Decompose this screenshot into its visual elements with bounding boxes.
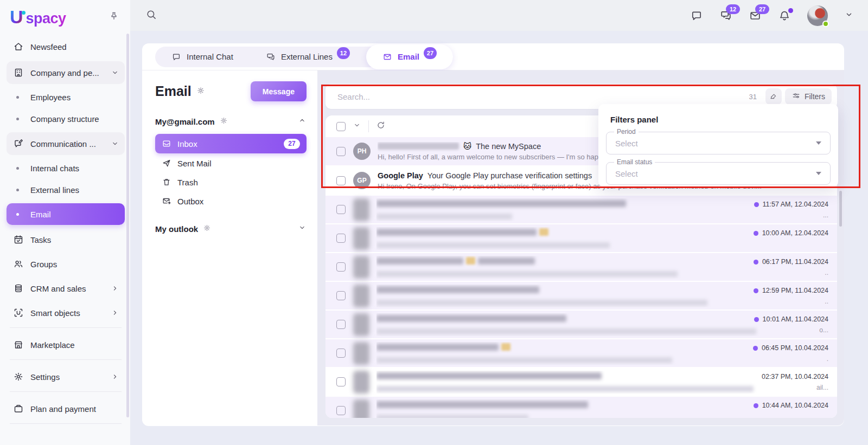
app-root: U spacy NewsfeedCompany and pe...Employe… [0, 0, 868, 445]
gear-icon[interactable] [203, 224, 211, 232]
row-checkbox[interactable] [336, 147, 346, 156]
sidebar-item-groups[interactable]: Groups [7, 254, 125, 274]
sidebar-divider [10, 359, 122, 360]
preview-tail: .. [825, 269, 828, 276]
email-row[interactable]: 10:00 AM, 12.04.2024 [326, 224, 837, 253]
unread-dot [754, 202, 759, 207]
tab-email[interactable]: Email27 [366, 44, 453, 69]
filter-field-value: Select [615, 169, 638, 178]
row-checkbox[interactable] [336, 234, 346, 243]
row-checkbox[interactable] [336, 406, 346, 415]
logo-dot [22, 11, 25, 15]
sidebar-item-employees[interactable]: Employees [7, 89, 125, 106]
sidebar-item-plan-and-payment[interactable]: Plan and payment [7, 399, 125, 418]
row-checkbox[interactable] [336, 176, 346, 185]
sidebar-item-external-lines[interactable]: External lines [7, 182, 125, 198]
email-row[interactable]: 10:44 AM, 10.04.2024 [326, 397, 837, 418]
blurred-preview-bar [376, 300, 707, 306]
sidebar-item-company-and-people[interactable]: Company and pe... [7, 61, 125, 84]
user-avatar[interactable] [807, 5, 828, 26]
bubble-icon [690, 9, 703, 22]
filter-select-email-status[interactable]: Email statusSelect [606, 162, 831, 185]
building-icon [13, 67, 24, 78]
blurred-sender-avatar [353, 313, 369, 336]
filter-select-period[interactable]: PeriodSelect [606, 132, 831, 154]
email-list-scrollbar[interactable] [839, 191, 842, 227]
bubble2-button[interactable]: 12 [719, 9, 732, 22]
envelope-button[interactable]: 27 [749, 9, 762, 22]
clear-search-button[interactable] [765, 88, 782, 105]
store-icon [13, 339, 24, 350]
row-checkbox[interactable] [336, 320, 346, 329]
sender-name: Google Play [378, 171, 423, 180]
preview-tail: ail... [816, 384, 828, 391]
sidebar-item-label: Marketplace [30, 340, 119, 350]
message-button[interactable]: Message [251, 81, 307, 101]
folder-sent-mail[interactable]: Sent Mail [155, 154, 307, 172]
email-row[interactable]: 12:59 PM, 11.04.2024.. [326, 282, 837, 311]
logo-name: spacy [26, 10, 66, 27]
email-row[interactable]: 11:57 AM, 12.04.2024... [326, 196, 837, 224]
sidebar-item-newsfeed[interactable]: Newsfeed [7, 37, 125, 56]
sidebar-item-label: Plan and payment [30, 404, 119, 414]
sidebar-item-label: Communication ... [30, 139, 104, 149]
gear-icon[interactable] [196, 86, 205, 95]
blurred-preview-bar [376, 415, 528, 418]
envelope-icon [382, 52, 392, 62]
row-checkbox[interactable] [336, 349, 346, 358]
logo-letter: U [10, 8, 23, 26]
pin-icon[interactable] [108, 11, 119, 22]
bubble-button[interactable] [690, 9, 703, 22]
email-row[interactable]: 10:01 AM, 11.04.2024o... [326, 311, 837, 339]
tab-internal-chat[interactable]: Internal Chat [155, 47, 250, 67]
sidebar-item-smart-objects[interactable]: Smart objects [7, 303, 125, 323]
sidebar-item-email[interactable]: Email [7, 203, 125, 225]
sidebar-item-internal-chats[interactable]: Internal chats [7, 160, 125, 177]
eraser-icon [769, 91, 778, 100]
row-checkbox[interactable] [336, 205, 346, 214]
sidebar-item-tasks[interactable]: Tasks [7, 230, 125, 249]
sidebar-item-settings[interactable]: Settings [7, 367, 125, 386]
notifications-button[interactable] [778, 9, 791, 22]
email-row[interactable]: 06:17 PM, 11.04.2024.. [326, 253, 837, 282]
email-list-area: 31 Filters PH🐱The new MySpaceHi, hello! … [317, 70, 844, 425]
row-checkbox[interactable] [336, 262, 346, 272]
folder-inbox[interactable]: Inbox27 [155, 134, 307, 153]
blurred-subject-bar [376, 286, 539, 293]
chevron-down-icon[interactable] [298, 223, 307, 232]
sidebar-scrollbar[interactable] [126, 34, 129, 417]
email-row[interactable]: 06:45 PM, 10.04.2024. [326, 339, 837, 368]
row-checkbox[interactable] [336, 377, 346, 386]
refresh-icon[interactable] [376, 120, 386, 130]
blurred-sender-avatar [353, 342, 369, 365]
sidebar-item-label: Settings [30, 372, 104, 382]
email-row[interactable]: 02:37 PM, 10.04.2024ail... [326, 368, 837, 397]
folder-trash[interactable]: Trash [155, 173, 307, 191]
bullet-dot [16, 189, 19, 191]
row-checkbox[interactable] [336, 291, 346, 300]
select-all-checkbox[interactable] [336, 122, 346, 131]
gear-icon[interactable] [220, 117, 228, 125]
blurred-subject-bar [376, 200, 626, 207]
search-input[interactable] [337, 92, 749, 101]
sidebar-item-crm-and-sales[interactable]: CRM and sales [7, 279, 125, 298]
uspacy-logo[interactable]: U spacy [10, 8, 66, 27]
chevron-down-icon[interactable] [353, 121, 361, 130]
bubble2-icon [266, 52, 276, 62]
search-icon[interactable] [145, 9, 157, 21]
main-content: Internal ChatExternal Lines12Email27 Ema… [130, 31, 868, 445]
filters-button[interactable]: Filters [785, 88, 832, 105]
folder-outbox[interactable]: Outbox [155, 192, 307, 210]
search-result-count: 31 [749, 93, 756, 101]
chevron-up-icon[interactable] [298, 116, 307, 125]
chevron-down-icon[interactable] [844, 10, 854, 20]
tab-external-lines[interactable]: External Lines12 [250, 47, 366, 67]
database-icon [13, 283, 24, 294]
topbar: 12 27 [130, 0, 868, 31]
blurred-sender-avatar [353, 198, 369, 221]
chat-pen-icon [13, 138, 24, 149]
sidebar-item-communication[interactable]: Communication ... [7, 132, 125, 155]
sidebar-item-company-structure[interactable]: Company structure [7, 111, 125, 127]
sidebar-item-marketplace[interactable]: Marketplace [7, 335, 125, 354]
sender-avatar: GP [353, 172, 371, 189]
